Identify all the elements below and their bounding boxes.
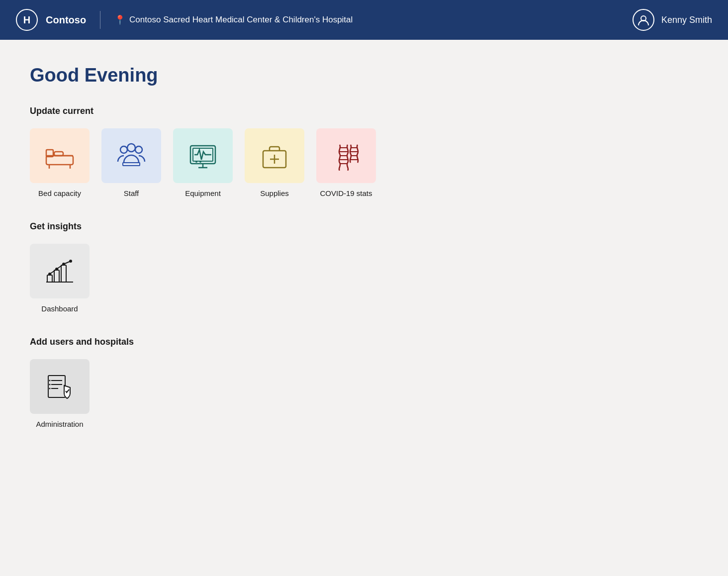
location-icon: 📍 xyxy=(114,14,125,25)
staff-icon-box xyxy=(101,128,161,183)
staff-card[interactable]: Staff xyxy=(101,128,161,197)
svg-rect-31 xyxy=(61,265,66,282)
main-content: Good Evening Update current xyxy=(0,40,728,477)
equipment-icon-box xyxy=(173,128,233,183)
svg-point-42 xyxy=(49,384,51,385)
staff-label: Staff xyxy=(124,189,139,197)
get-insights-title: Get insights xyxy=(30,221,698,232)
dashboard-icon-box xyxy=(30,244,90,298)
bed-capacity-label: Bed capacity xyxy=(38,189,81,197)
header-right[interactable]: Kenny Smith xyxy=(633,9,712,31)
update-current-cards: Bed capacity xyxy=(30,128,698,197)
admin-cards: Administration xyxy=(30,359,698,428)
svg-rect-30 xyxy=(54,270,59,282)
supplies-card[interactable]: Supplies xyxy=(245,128,304,197)
administration-icon-box xyxy=(30,359,90,414)
svg-point-16 xyxy=(199,161,201,163)
add-users-section: Add users and hospitals xyxy=(30,337,698,428)
svg-point-9 xyxy=(127,144,135,152)
covid-stats-icon-box xyxy=(316,128,376,183)
insights-cards: Dashboard xyxy=(30,244,698,313)
brand-name: Contoso xyxy=(46,14,86,26)
equipment-icon xyxy=(185,141,220,171)
get-insights-section: Get insights xyxy=(30,221,698,313)
svg-rect-37 xyxy=(48,376,65,397)
svg-point-34 xyxy=(62,263,65,266)
update-current-title: Update current xyxy=(30,106,698,116)
avatar xyxy=(633,9,654,31)
staff-icon xyxy=(114,141,149,171)
hospital-name: Contoso Sacred Heart Medical Center & Ch… xyxy=(129,15,353,25)
hospital-location: 📍 Contoso Sacred Heart Medical Center & … xyxy=(114,14,353,25)
svg-point-33 xyxy=(55,268,58,271)
svg-rect-29 xyxy=(47,275,52,282)
svg-point-15 xyxy=(195,161,197,163)
equipment-label: Equipment xyxy=(185,189,221,197)
dashboard-icon xyxy=(42,256,77,286)
bed-capacity-icon xyxy=(42,141,77,171)
svg-point-7 xyxy=(120,146,127,153)
user-name: Kenny Smith xyxy=(661,15,712,25)
header-divider xyxy=(100,11,100,29)
greeting: Good Evening xyxy=(30,65,698,86)
supplies-label: Supplies xyxy=(260,189,289,197)
header: H Contoso 📍 Contoso Sacred Heart Medical… xyxy=(0,0,728,40)
svg-point-43 xyxy=(49,388,51,389)
administration-label: Administration xyxy=(36,420,83,428)
dashboard-card[interactable]: Dashboard xyxy=(30,244,90,313)
header-left: H Contoso 📍 Contoso Sacred Heart Medical… xyxy=(16,9,353,31)
svg-rect-10 xyxy=(123,163,140,166)
supplies-icon-box xyxy=(245,128,304,183)
svg-point-41 xyxy=(49,380,51,382)
svg-point-8 xyxy=(135,146,142,153)
administration-icon xyxy=(42,372,77,401)
add-users-title: Add users and hospitals xyxy=(30,337,698,347)
equipment-card[interactable]: Equipment xyxy=(173,128,233,197)
administration-card[interactable]: Administration xyxy=(30,359,90,428)
update-current-section: Update current xyxy=(30,106,698,197)
logo-icon: H xyxy=(16,9,38,31)
bed-capacity-icon-box xyxy=(30,128,90,183)
svg-point-32 xyxy=(48,273,51,276)
bed-capacity-card[interactable]: Bed capacity xyxy=(30,128,90,197)
covid-stats-card[interactable]: COVID-19 stats xyxy=(316,128,376,197)
covid-stats-label: COVID-19 stats xyxy=(320,189,372,197)
supplies-icon xyxy=(257,141,292,171)
dashboard-label: Dashboard xyxy=(41,304,78,313)
covid-stats-icon xyxy=(329,141,364,171)
svg-point-35 xyxy=(69,260,72,263)
